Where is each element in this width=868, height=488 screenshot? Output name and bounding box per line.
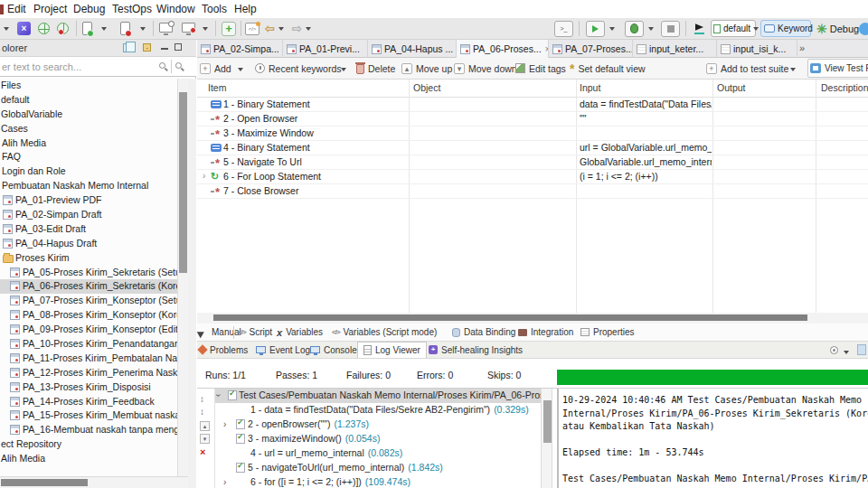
chevron-down-icon[interactable] [278, 18, 284, 39]
sidebar-horizontal-scrollbar[interactable] [0, 476, 188, 488]
tree-item[interactable]: PA_01-Preview PDF [0, 193, 177, 208]
tree-item[interactable]: Login dan Role [0, 164, 177, 179]
web-record-dot-icon[interactable] [57, 18, 69, 39]
tree-item[interactable]: Files [0, 79, 177, 93]
tree-item[interactable]: Pembuatan Naskah Memo Internal [0, 179, 177, 193]
edit-tags-button[interactable]: Edit tags [515, 58, 566, 79]
tree-item[interactable]: PA_13-Proses Kirim_Disposisi [0, 380, 177, 395]
editor-tab[interactable]: input_isi_k... [717, 40, 797, 58]
run-button[interactable] [586, 18, 605, 39]
tab-console[interactable]: Console [310, 342, 357, 358]
profile-select[interactable]: default [711, 20, 756, 37]
editor-tab[interactable]: PA_02-Simpa... [197, 40, 283, 58]
spy-windows-icon[interactable] [159, 18, 173, 39]
expander-icon[interactable]: › [223, 419, 226, 429]
tab-manual[interactable]: Manual [198, 324, 241, 341]
log-row[interactable]: › 6 - for ([i = 1; i <= 2; (i++)])(109.4… [215, 475, 541, 488]
tree-item[interactable]: PA_12-Proses Kirim_Penerima Naskah [0, 366, 177, 380]
log-row[interactable]: › 2 - openBrowser("")(1.237s) [215, 418, 541, 432]
link-editor-icon[interactable]: - [143, 43, 151, 52]
log-tree-scrollbar[interactable] [541, 389, 552, 488]
menu-item[interactable]: Project [33, 3, 67, 15]
collapse-all-icon[interactable]: ▾ [200, 434, 210, 444]
tab-problems[interactable]: Problems [199, 342, 248, 358]
clear-log-icon[interactable]: × [200, 446, 205, 457]
tree-item[interactable]: PA_16-Membuat naskah tanpa mengi [0, 423, 177, 437]
custom-keyword-icon[interactable]: </> [245, 18, 259, 39]
stop-button[interactable] [661, 18, 680, 39]
menu-item[interactable]: Edit [7, 3, 26, 15]
recent-keywords-button[interactable]: Recent keywords [255, 58, 342, 79]
tree-item[interactable]: default [0, 93, 177, 108]
tree-item[interactable]: PA_05-Proses Kirim_Sekretaris (Setuju [0, 266, 177, 280]
step-row[interactable]: 7 - Close Browser [197, 184, 868, 199]
menu-item[interactable]: Debug [73, 3, 105, 15]
log-row[interactable]: 4 - url = url_memo_internal(0.082s) [215, 446, 541, 461]
tab-self-healing[interactable]: +Self-healing Insights [429, 342, 523, 358]
tab-overflow-icon[interactable]: » [799, 42, 805, 53]
log-row[interactable]: 1 - data = findTestData("Data Files/Sekr… [215, 403, 541, 418]
move-up-button[interactable]: ▴Move up [401, 58, 452, 79]
tab-integration[interactable]: Integration [518, 324, 573, 341]
debug-perspective-button[interactable]: ✳ Debug [816, 20, 859, 37]
tree-item[interactable]: GlobalVariable [0, 108, 177, 122]
menu-item[interactable]: TestOps [112, 3, 152, 15]
chevron-down-icon[interactable] [648, 18, 654, 39]
step-row[interactable]: 2 - Open Browser "" [197, 112, 868, 127]
sidebar-search-box[interactable]: er text to search... [0, 57, 196, 77]
keyword-button[interactable]: Keyword [760, 20, 811, 37]
editor-tab[interactable]: input_keter... [633, 40, 717, 58]
tree-item[interactable]: PA_11-Proses Kirim_Pembatalan Nask [0, 352, 177, 366]
set-default-view-button[interactable]: *Set default view [570, 58, 646, 79]
tree-item[interactable]: FAQ [0, 150, 177, 164]
chevron-down-icon[interactable] [140, 18, 146, 39]
tree-item[interactable]: Alih Media [0, 452, 177, 466]
menu-item[interactable]: Window [156, 3, 195, 15]
collapse-docs-icon[interactable] [123, 43, 131, 52]
mobile-spy-icon[interactable] [82, 18, 92, 39]
tree-item[interactable]: PA_09-Proses Kirim_Konseptor (Edit N [0, 323, 177, 337]
menu-item[interactable]: Help [234, 3, 257, 15]
launch-mode-icon[interactable] [694, 18, 705, 39]
terminal-button[interactable]: >_ [554, 18, 573, 39]
log-row[interactable]: › Test Cases/Pembuatan Naskah Memo Inter… [215, 389, 541, 403]
katalon-icon[interactable]: × [17, 18, 31, 39]
add-to-test-suite-button[interactable]: +Add to test suite [706, 58, 788, 79]
editor-tab[interactable]: PA_04-Hapus ... [368, 40, 457, 58]
chevron-down-icon[interactable] [341, 59, 346, 80]
step-row[interactable]: 5 - Navigate To Url GlobalVariable.url_m… [197, 155, 868, 170]
add-item-icon[interactable]: + [222, 18, 236, 39]
tree-item[interactable]: PA_02-Simpan Draft [0, 208, 177, 222]
expander-icon[interactable]: › [223, 477, 226, 487]
tree-item[interactable]: PA_10-Proses Kirim_Penandatanganan [0, 337, 177, 352]
tab-variables-script-mode[interactable]: </>Variables (Script mode) [332, 324, 437, 341]
step-row[interactable]: 4 - Binary Statement url = GlobalVariabl… [197, 141, 868, 155]
tree-item[interactable]: ect Repository [0, 437, 177, 452]
tree-item[interactable]: PA_06-Proses Kirim_Sekretaris (Koreks [0, 279, 177, 294]
view-menu-icon[interactable] [830, 342, 838, 358]
tab-script[interactable]: </>Script [238, 324, 272, 341]
tree-item[interactable]: PA_03-Edit Draft [0, 222, 177, 237]
tab-log-viewer[interactable]: Log Viewer [357, 342, 427, 358]
tab-variables[interactable]: xVariables [277, 324, 323, 341]
chevron-down-icon[interactable] [306, 18, 311, 39]
mobile-record-icon[interactable] [120, 18, 130, 39]
expander-icon[interactable]: › [215, 394, 223, 397]
add-button[interactable]: +Add [200, 58, 231, 79]
expand-all-icon[interactable]: ▴ [200, 421, 210, 431]
delete-button[interactable]: Delete [356, 58, 395, 79]
scroll-lock-icon[interactable]: ↕ [200, 394, 204, 404]
editor-tab[interactable]: PA_07-Proses... [549, 40, 633, 58]
web-record-icon[interactable] [38, 18, 50, 39]
menu-item[interactable]: Tools [202, 3, 227, 15]
chevron-down-icon[interactable] [790, 59, 796, 80]
help-icon[interactable] [859, 23, 868, 35]
move-down-button[interactable]: ▾Move down [454, 58, 517, 79]
tree-item[interactable]: PA_04-Hapus Draft [0, 237, 177, 251]
chevron-down-icon[interactable] [203, 18, 208, 39]
table-horizontal-scrollbar[interactable] [197, 313, 868, 324]
tab-data-binding[interactable]: Data Binding [452, 324, 515, 341]
minimize-icon[interactable] [161, 48, 168, 50]
chevron-down-icon[interactable] [4, 18, 9, 39]
tree-item[interactable]: PA_14-Proses Kirim_Feedback [0, 395, 177, 409]
